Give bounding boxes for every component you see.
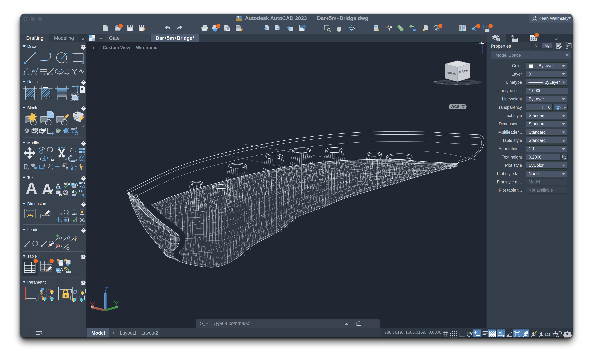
svg-text:1:1: 1:1 bbox=[544, 332, 551, 337]
